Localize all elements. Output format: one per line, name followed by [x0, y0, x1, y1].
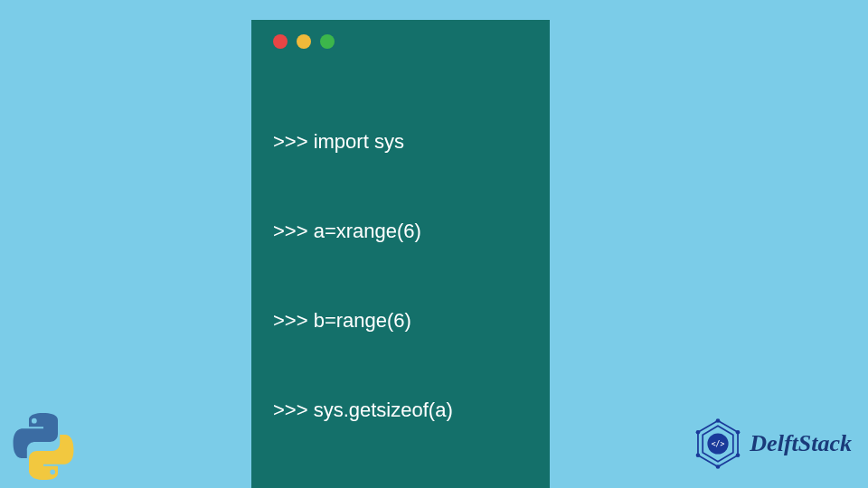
code-line: 32 — [273, 484, 532, 488]
window-controls — [273, 34, 532, 49]
terminal-window: >>> import sys >>> a=xrange(6) >>> b=ran… — [251, 20, 550, 488]
close-icon[interactable] — [273, 34, 288, 49]
svg-point-6 — [736, 453, 741, 457]
code-line: >>> import sys — [273, 127, 532, 156]
minimize-icon[interactable] — [297, 34, 311, 49]
svg-point-4 — [716, 418, 721, 423]
svg-text:</>: </> — [712, 439, 725, 448]
brand: </> DelftStack — [692, 418, 852, 470]
svg-point-5 — [736, 430, 741, 435]
delftstack-badge-icon: </> — [692, 418, 744, 470]
svg-point-8 — [696, 453, 701, 457]
maximize-icon[interactable] — [320, 34, 335, 49]
code-block: >>> import sys >>> a=xrange(6) >>> b=ran… — [273, 67, 532, 488]
python-logo-icon — [7, 410, 80, 483]
svg-point-7 — [716, 465, 721, 469]
code-line: >>> a=xrange(6) — [273, 216, 532, 246]
brand-name: DelftStack — [750, 430, 852, 457]
svg-point-9 — [696, 430, 701, 435]
code-line: >>> b=range(6) — [273, 305, 532, 335]
code-line: >>> sys.getsizeof(a) — [273, 395, 532, 425]
